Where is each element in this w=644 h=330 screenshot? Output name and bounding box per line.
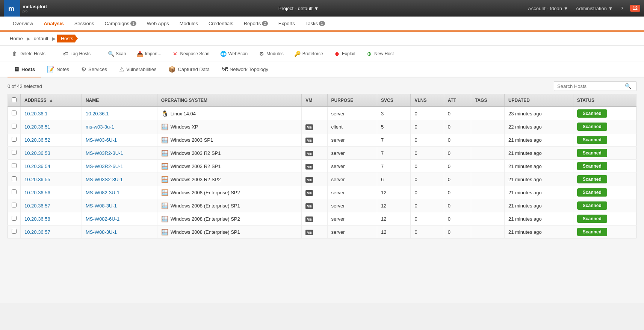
row-status: Scanned	[573, 107, 636, 120]
row-address[interactable]: 10.20.36.53	[21, 147, 82, 160]
nav-exports[interactable]: Exports	[273, 17, 300, 32]
notification-badge[interactable]: 12	[630, 5, 640, 12]
nav-campaigns[interactable]: Campaigns 1	[99, 17, 141, 32]
svg-text:m: m	[8, 5, 14, 12]
vm-badge: vm	[305, 124, 313, 130]
new-host-button[interactable]: ⊕ New Host	[362, 49, 398, 59]
tab-network-topology[interactable]: 🗺 Network Topology	[216, 62, 274, 77]
row-name[interactable]: MS-W082-6U-1	[82, 212, 157, 226]
scan-button[interactable]: 🔍 Scan	[104, 49, 130, 59]
import-button[interactable]: 📥 Import...	[133, 49, 165, 59]
status-badge: Scanned	[577, 136, 607, 144]
row-checkbox-4[interactable]	[12, 163, 17, 168]
row-vm: vm	[302, 186, 327, 199]
breadcrumb-default[interactable]: default	[32, 35, 51, 42]
status-badge: Scanned	[577, 228, 607, 236]
tab-services[interactable]: ⚙ Services	[75, 62, 113, 77]
nexpose-scan-button[interactable]: ✕ Nexpose Scan	[168, 49, 213, 59]
row-address[interactable]: 10.20.36.54	[21, 160, 82, 173]
row-name[interactable]: MS-W08-3U-1	[82, 199, 157, 212]
logo-text: metasploit pro	[23, 4, 47, 13]
col-name[interactable]: NAME	[82, 94, 157, 107]
vm-badge: vm	[305, 164, 313, 170]
row-os: 🪟 Windows 2003 R2 SP1	[157, 160, 301, 173]
select-all-checkbox[interactable]	[12, 97, 17, 102]
row-tags	[471, 186, 504, 199]
col-purpose[interactable]: PURPOSE	[327, 94, 377, 107]
modules-button[interactable]: ⚙ Modules	[254, 49, 287, 59]
nav-overview[interactable]: Overview	[8, 17, 38, 32]
nav-webapps[interactable]: Web Apps	[142, 17, 174, 32]
row-updated: 22 minutes ago	[504, 120, 573, 133]
row-name[interactable]: MS-W082-3U-1	[82, 186, 157, 199]
status-badge: Scanned	[577, 175, 607, 183]
administration-dropdown[interactable]: Administration ▼	[574, 5, 615, 12]
row-status: Scanned	[573, 160, 636, 173]
tab-vulnerabilities[interactable]: ⚠ Vulnerabilities	[113, 62, 162, 77]
breadcrumb-home[interactable]: Home	[8, 35, 25, 42]
select-all-header[interactable]	[8, 94, 21, 107]
row-name[interactable]: MS-W03R2-3U-1	[82, 147, 157, 160]
row-svcs: 3	[377, 107, 411, 120]
nav-sessions[interactable]: Sessions	[69, 17, 100, 32]
delete-hosts-button[interactable]: 🗑 Delete Hosts	[8, 49, 49, 59]
tab-hosts[interactable]: 🖥 Hosts	[8, 62, 41, 77]
row-name[interactable]: MS-W03S2-3U-1	[82, 173, 157, 186]
row-name[interactable]: ms-w03-3u-1	[82, 120, 157, 133]
col-updated[interactable]: UPDATED	[504, 94, 573, 107]
row-address[interactable]: 10.20.36.58	[21, 212, 82, 226]
row-checkbox-0[interactable]	[12, 111, 17, 115]
row-name[interactable]: MS-W03R2-6U-1	[82, 160, 157, 173]
tag-hosts-button[interactable]: 🏷 Tag Hosts	[59, 49, 94, 59]
col-os[interactable]: OPERATING SYSTEM	[157, 94, 301, 107]
row-checkbox-5[interactable]	[12, 176, 17, 181]
col-status[interactable]: STATUS	[573, 94, 636, 107]
row-name[interactable]: MS-W03-6U-1	[82, 133, 157, 147]
table-row: 10.20.36.1 10.20.36.1 🐧 Linux 14.04 serv…	[8, 107, 636, 120]
row-purpose: server	[327, 186, 377, 199]
row-vm: vm	[302, 120, 327, 133]
windows-os-icon: 🪟	[161, 189, 169, 196]
exploit-button[interactable]: ⊗ Exploit	[330, 49, 359, 59]
row-checkbox-2[interactable]	[12, 137, 17, 142]
help-button[interactable]: ?	[618, 5, 625, 12]
row-address[interactable]: 10.20.36.1	[21, 107, 82, 120]
webscan-button[interactable]: 🌐 WebScan	[216, 49, 251, 59]
status-badge: Scanned	[577, 109, 607, 118]
nav-modules[interactable]: Modules	[174, 17, 203, 32]
row-checkbox-6[interactable]	[12, 189, 17, 194]
row-address[interactable]: 10.20.36.57	[21, 226, 82, 239]
row-address[interactable]: 10.20.36.55	[21, 173, 82, 186]
row-address[interactable]: 10.20.36.52	[21, 133, 82, 147]
windows-os-icon: 🪟	[161, 150, 169, 157]
search-input[interactable]	[557, 83, 625, 89]
row-address[interactable]: 10.20.36.56	[21, 186, 82, 199]
bruteforce-button[interactable]: 🔑 Bruteforce	[290, 49, 327, 59]
account-dropdown[interactable]: Account - tdoan ▼	[526, 5, 571, 12]
nav-reports[interactable]: Reports 2	[239, 17, 273, 32]
tab-notes[interactable]: 📝 Notes	[41, 62, 75, 77]
col-tags[interactable]: TAGS	[471, 94, 504, 107]
col-address[interactable]: ADDRESS ▲	[21, 94, 82, 107]
import-label: Import...	[145, 51, 161, 56]
tab-captured-data[interactable]: 📦 Captured Data	[162, 62, 216, 77]
col-vm[interactable]: VM	[302, 94, 327, 107]
row-name[interactable]: MS-W08-3U-1	[82, 226, 157, 239]
row-os-text: Windows 2008 (Enterprise) SP1	[171, 229, 240, 235]
row-address[interactable]: 10.20.36.57	[21, 199, 82, 212]
nav-tasks[interactable]: Tasks 1	[300, 17, 330, 32]
row-checkbox-9[interactable]	[12, 229, 17, 234]
row-checkbox-7[interactable]	[12, 203, 17, 207]
nav-analysis[interactable]: Analysis	[38, 17, 69, 32]
col-svcs[interactable]: SVCS	[377, 94, 411, 107]
col-vlns[interactable]: VLNS	[411, 94, 444, 107]
nav-credentials[interactable]: Credentials	[203, 17, 239, 32]
row-checkbox-3[interactable]	[12, 150, 17, 155]
col-att[interactable]: ATT	[444, 94, 471, 107]
row-address[interactable]: 10.20.36.51	[21, 120, 82, 133]
row-name[interactable]: 10.20.36.1	[82, 107, 157, 120]
project-dropdown[interactable]: Project - default ▼	[275, 4, 322, 13]
row-checkbox-8[interactable]	[12, 216, 17, 221]
row-checkbox-1[interactable]	[12, 124, 17, 129]
status-badge: Scanned	[577, 188, 607, 197]
